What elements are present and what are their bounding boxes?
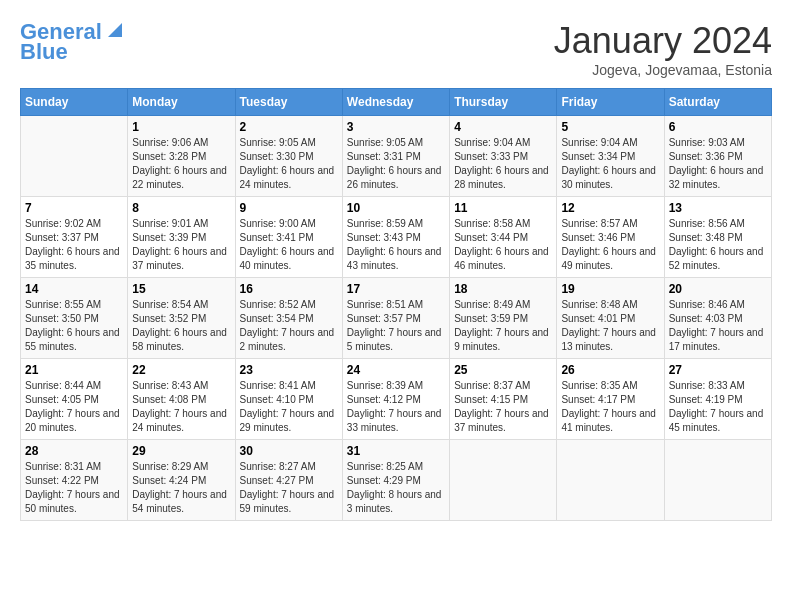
day-number: 15 — [132, 282, 230, 296]
weekday-header-wednesday: Wednesday — [342, 89, 449, 116]
weekday-header-thursday: Thursday — [450, 89, 557, 116]
calendar-cell: 8 Sunrise: 9:01 AMSunset: 3:39 PMDayligh… — [128, 197, 235, 278]
day-number: 5 — [561, 120, 659, 134]
calendar-cell: 28 Sunrise: 8:31 AMSunset: 4:22 PMDaylig… — [21, 440, 128, 521]
calendar-cell: 18 Sunrise: 8:49 AMSunset: 3:59 PMDaylig… — [450, 278, 557, 359]
day-detail: Sunrise: 9:03 AMSunset: 3:36 PMDaylight:… — [669, 137, 764, 190]
day-detail: Sunrise: 8:44 AMSunset: 4:05 PMDaylight:… — [25, 380, 120, 433]
calendar-cell: 2 Sunrise: 9:05 AMSunset: 3:30 PMDayligh… — [235, 116, 342, 197]
calendar-cell: 19 Sunrise: 8:48 AMSunset: 4:01 PMDaylig… — [557, 278, 664, 359]
calendar-body: 1 Sunrise: 9:06 AMSunset: 3:28 PMDayligh… — [21, 116, 772, 521]
day-number: 8 — [132, 201, 230, 215]
day-detail: Sunrise: 8:48 AMSunset: 4:01 PMDaylight:… — [561, 299, 656, 352]
calendar-cell: 5 Sunrise: 9:04 AMSunset: 3:34 PMDayligh… — [557, 116, 664, 197]
day-detail: Sunrise: 8:55 AMSunset: 3:50 PMDaylight:… — [25, 299, 120, 352]
day-detail: Sunrise: 8:43 AMSunset: 4:08 PMDaylight:… — [132, 380, 227, 433]
calendar-cell: 25 Sunrise: 8:37 AMSunset: 4:15 PMDaylig… — [450, 359, 557, 440]
calendar-week-4: 21 Sunrise: 8:44 AMSunset: 4:05 PMDaylig… — [21, 359, 772, 440]
calendar-cell: 4 Sunrise: 9:04 AMSunset: 3:33 PMDayligh… — [450, 116, 557, 197]
calendar-week-2: 7 Sunrise: 9:02 AMSunset: 3:37 PMDayligh… — [21, 197, 772, 278]
calendar-cell: 17 Sunrise: 8:51 AMSunset: 3:57 PMDaylig… — [342, 278, 449, 359]
day-number: 9 — [240, 201, 338, 215]
day-detail: Sunrise: 8:31 AMSunset: 4:22 PMDaylight:… — [25, 461, 120, 514]
day-detail: Sunrise: 9:01 AMSunset: 3:39 PMDaylight:… — [132, 218, 227, 271]
day-number: 24 — [347, 363, 445, 377]
day-detail: Sunrise: 8:27 AMSunset: 4:27 PMDaylight:… — [240, 461, 335, 514]
calendar-cell: 21 Sunrise: 8:44 AMSunset: 4:05 PMDaylig… — [21, 359, 128, 440]
day-detail: Sunrise: 8:39 AMSunset: 4:12 PMDaylight:… — [347, 380, 442, 433]
title-block: January 2024 Jogeva, Jogevamaa, Estonia — [554, 20, 772, 78]
calendar-cell — [21, 116, 128, 197]
day-number: 21 — [25, 363, 123, 377]
day-detail: Sunrise: 8:52 AMSunset: 3:54 PMDaylight:… — [240, 299, 335, 352]
day-detail: Sunrise: 9:05 AMSunset: 3:30 PMDaylight:… — [240, 137, 335, 190]
calendar-cell: 20 Sunrise: 8:46 AMSunset: 4:03 PMDaylig… — [664, 278, 771, 359]
calendar-cell: 30 Sunrise: 8:27 AMSunset: 4:27 PMDaylig… — [235, 440, 342, 521]
month-title: January 2024 — [554, 20, 772, 62]
day-number: 20 — [669, 282, 767, 296]
day-detail: Sunrise: 8:54 AMSunset: 3:52 PMDaylight:… — [132, 299, 227, 352]
day-detail: Sunrise: 9:05 AMSunset: 3:31 PMDaylight:… — [347, 137, 442, 190]
calendar-cell: 24 Sunrise: 8:39 AMSunset: 4:12 PMDaylig… — [342, 359, 449, 440]
day-number: 18 — [454, 282, 552, 296]
day-number: 14 — [25, 282, 123, 296]
calendar-cell: 14 Sunrise: 8:55 AMSunset: 3:50 PMDaylig… — [21, 278, 128, 359]
day-detail: Sunrise: 8:41 AMSunset: 4:10 PMDaylight:… — [240, 380, 335, 433]
weekday-header-tuesday: Tuesday — [235, 89, 342, 116]
day-number: 13 — [669, 201, 767, 215]
day-detail: Sunrise: 9:02 AMSunset: 3:37 PMDaylight:… — [25, 218, 120, 271]
day-number: 17 — [347, 282, 445, 296]
day-detail: Sunrise: 8:25 AMSunset: 4:29 PMDaylight:… — [347, 461, 442, 514]
logo-text-blue: Blue — [20, 40, 68, 64]
day-detail: Sunrise: 8:46 AMSunset: 4:03 PMDaylight:… — [669, 299, 764, 352]
day-number: 23 — [240, 363, 338, 377]
header-row: SundayMondayTuesdayWednesdayThursdayFrid… — [21, 89, 772, 116]
day-number: 31 — [347, 444, 445, 458]
calendar-header: SundayMondayTuesdayWednesdayThursdayFrid… — [21, 89, 772, 116]
day-detail: Sunrise: 9:04 AMSunset: 3:34 PMDaylight:… — [561, 137, 656, 190]
calendar-cell: 27 Sunrise: 8:33 AMSunset: 4:19 PMDaylig… — [664, 359, 771, 440]
weekday-header-monday: Monday — [128, 89, 235, 116]
calendar-cell: 15 Sunrise: 8:54 AMSunset: 3:52 PMDaylig… — [128, 278, 235, 359]
day-detail: Sunrise: 8:56 AMSunset: 3:48 PMDaylight:… — [669, 218, 764, 271]
day-detail: Sunrise: 8:57 AMSunset: 3:46 PMDaylight:… — [561, 218, 656, 271]
calendar-cell: 31 Sunrise: 8:25 AMSunset: 4:29 PMDaylig… — [342, 440, 449, 521]
day-detail: Sunrise: 8:29 AMSunset: 4:24 PMDaylight:… — [132, 461, 227, 514]
subtitle: Jogeva, Jogevamaa, Estonia — [554, 62, 772, 78]
day-detail: Sunrise: 9:00 AMSunset: 3:41 PMDaylight:… — [240, 218, 335, 271]
calendar-cell: 16 Sunrise: 8:52 AMSunset: 3:54 PMDaylig… — [235, 278, 342, 359]
day-number: 2 — [240, 120, 338, 134]
day-detail: Sunrise: 8:58 AMSunset: 3:44 PMDaylight:… — [454, 218, 549, 271]
calendar-cell: 11 Sunrise: 8:58 AMSunset: 3:44 PMDaylig… — [450, 197, 557, 278]
calendar-cell: 9 Sunrise: 9:00 AMSunset: 3:41 PMDayligh… — [235, 197, 342, 278]
calendar-cell — [450, 440, 557, 521]
day-number: 6 — [669, 120, 767, 134]
day-number: 1 — [132, 120, 230, 134]
calendar-cell: 7 Sunrise: 9:02 AMSunset: 3:37 PMDayligh… — [21, 197, 128, 278]
day-number: 10 — [347, 201, 445, 215]
calendar-cell — [664, 440, 771, 521]
day-detail: Sunrise: 8:37 AMSunset: 4:15 PMDaylight:… — [454, 380, 549, 433]
day-number: 12 — [561, 201, 659, 215]
day-detail: Sunrise: 8:59 AMSunset: 3:43 PMDaylight:… — [347, 218, 442, 271]
day-number: 29 — [132, 444, 230, 458]
calendar-week-1: 1 Sunrise: 9:06 AMSunset: 3:28 PMDayligh… — [21, 116, 772, 197]
day-number: 16 — [240, 282, 338, 296]
logo: General Blue — [20, 20, 126, 64]
day-number: 7 — [25, 201, 123, 215]
calendar-cell: 10 Sunrise: 8:59 AMSunset: 3:43 PMDaylig… — [342, 197, 449, 278]
day-number: 19 — [561, 282, 659, 296]
day-number: 30 — [240, 444, 338, 458]
day-number: 27 — [669, 363, 767, 377]
calendar-cell: 26 Sunrise: 8:35 AMSunset: 4:17 PMDaylig… — [557, 359, 664, 440]
calendar-cell: 3 Sunrise: 9:05 AMSunset: 3:31 PMDayligh… — [342, 116, 449, 197]
calendar-cell: 1 Sunrise: 9:06 AMSunset: 3:28 PMDayligh… — [128, 116, 235, 197]
day-number: 28 — [25, 444, 123, 458]
day-detail: Sunrise: 9:04 AMSunset: 3:33 PMDaylight:… — [454, 137, 549, 190]
day-detail: Sunrise: 8:35 AMSunset: 4:17 PMDaylight:… — [561, 380, 656, 433]
weekday-header-friday: Friday — [557, 89, 664, 116]
day-number: 25 — [454, 363, 552, 377]
calendar-cell: 13 Sunrise: 8:56 AMSunset: 3:48 PMDaylig… — [664, 197, 771, 278]
day-number: 3 — [347, 120, 445, 134]
calendar-cell: 6 Sunrise: 9:03 AMSunset: 3:36 PMDayligh… — [664, 116, 771, 197]
